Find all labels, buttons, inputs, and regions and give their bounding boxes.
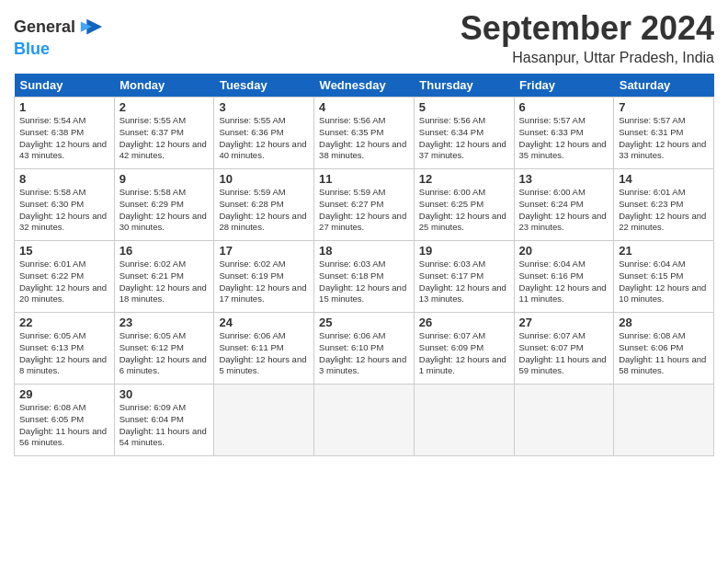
day-cell-20: 20Sunrise: 6:04 AMSunset: 6:16 PMDayligh… [514,241,614,313]
day-info: Sunrise: 5:58 AMSunset: 6:29 PMDaylight:… [119,187,210,234]
day-number: 11 [319,172,409,186]
day-cell-1: 1Sunrise: 5:54 AMSunset: 6:38 PMDaylight… [15,98,115,169]
day-info: Sunrise: 5:55 AMSunset: 6:36 PMDaylight:… [219,115,309,162]
day-cell-8: 8Sunrise: 5:58 AMSunset: 6:30 PMDaylight… [15,169,115,241]
header-saturday: Saturday [614,74,714,98]
day-number: 12 [419,172,509,186]
day-info: Sunrise: 6:02 AMSunset: 6:21 PMDaylight:… [119,259,210,305]
day-cell-29: 29Sunrise: 6:08 AMSunset: 6:05 PMDayligh… [15,385,115,456]
day-number: 9 [119,172,210,186]
day-cell-10: 10Sunrise: 5:59 AMSunset: 6:28 PMDayligh… [214,169,314,241]
day-cell-21: 21Sunrise: 6:04 AMSunset: 6:15 PMDayligh… [614,241,714,313]
day-cell-3: 3Sunrise: 5:55 AMSunset: 6:36 PMDaylight… [214,98,314,169]
day-info: Sunrise: 6:07 AMSunset: 6:09 PMDaylight:… [419,330,509,377]
day-number: 15 [19,244,109,258]
day-info: Sunrise: 6:05 AMSunset: 6:12 PMDaylight:… [119,330,210,377]
day-cell-23: 23Sunrise: 6:05 AMSunset: 6:12 PMDayligh… [114,313,214,385]
weekday-header-row: Sunday Monday Tuesday Wednesday Thursday… [15,74,714,98]
day-cell-27: 27Sunrise: 6:07 AMSunset: 6:07 PMDayligh… [514,313,614,385]
day-number: 20 [519,244,609,258]
day-number: 19 [419,244,509,258]
day-info: Sunrise: 6:06 AMSunset: 6:10 PMDaylight:… [319,330,409,377]
day-number: 23 [119,316,210,329]
day-number: 30 [119,387,210,401]
header-monday: Monday [114,74,214,98]
main-container: General Blue September 2024 Hasanpur, Ut… [0,0,728,465]
day-cell-25: 25Sunrise: 6:06 AMSunset: 6:10 PMDayligh… [314,313,415,385]
day-cell-22: 22Sunrise: 6:05 AMSunset: 6:13 PMDayligh… [15,313,115,385]
day-cell-2: 2Sunrise: 5:55 AMSunset: 6:37 PMDaylight… [114,98,214,169]
day-cell-26: 26Sunrise: 6:07 AMSunset: 6:09 PMDayligh… [414,313,514,385]
day-cell-6: 6Sunrise: 5:57 AMSunset: 6:33 PMDaylight… [514,98,614,169]
day-info: Sunrise: 6:05 AMSunset: 6:13 PMDaylight:… [19,330,109,377]
day-info: Sunrise: 6:01 AMSunset: 6:23 PMDaylight:… [619,187,709,234]
logo: General Blue [14,15,104,59]
day-number: 18 [319,244,409,258]
day-info: Sunrise: 6:01 AMSunset: 6:22 PMDaylight:… [19,259,109,305]
day-cell-4: 4Sunrise: 5:56 AMSunset: 6:35 PMDaylight… [314,98,415,169]
day-cell-5: 5Sunrise: 5:56 AMSunset: 6:34 PMDaylight… [414,98,514,169]
day-info: Sunrise: 6:00 AMSunset: 6:25 PMDaylight:… [419,187,509,234]
title-section: September 2024 Hasanpur, Uttar Pradesh, … [461,9,714,66]
day-info: Sunrise: 6:08 AMSunset: 6:06 PMDaylight:… [619,330,709,377]
day-number: 7 [619,100,709,114]
header-tuesday: Tuesday [214,74,314,98]
header-sunday: Sunday [15,74,115,98]
day-info: Sunrise: 5:56 AMSunset: 6:34 PMDaylight:… [419,115,509,162]
day-cell-9: 9Sunrise: 5:58 AMSunset: 6:29 PMDaylight… [114,169,214,241]
empty-cell [314,385,415,456]
header-wednesday: Wednesday [314,74,415,98]
day-cell-14: 14Sunrise: 6:01 AMSunset: 6:23 PMDayligh… [614,169,714,241]
logo-text: General [14,18,75,37]
day-number: 8 [19,172,109,186]
day-info: Sunrise: 6:02 AMSunset: 6:19 PMDaylight:… [219,259,309,305]
empty-cell [414,385,514,456]
day-info: Sunrise: 6:08 AMSunset: 6:05 PMDaylight:… [19,402,109,449]
day-number: 26 [419,316,509,329]
day-number: 1 [19,100,109,114]
day-cell-17: 17Sunrise: 6:02 AMSunset: 6:19 PMDayligh… [214,241,314,313]
location-title: Hasanpur, Uttar Pradesh, India [461,50,714,66]
calendar-week-5: 29Sunrise: 6:08 AMSunset: 6:05 PMDayligh… [15,385,714,456]
day-number: 4 [319,100,409,114]
logo-icon [78,15,104,40]
header-friday: Friday [514,74,614,98]
day-info: Sunrise: 5:59 AMSunset: 6:28 PMDaylight:… [219,187,309,234]
day-info: Sunrise: 6:03 AMSunset: 6:18 PMDaylight:… [319,259,409,305]
day-info: Sunrise: 5:57 AMSunset: 6:31 PMDaylight:… [619,115,709,162]
day-number: 29 [19,387,109,401]
day-number: 3 [219,100,309,114]
day-info: Sunrise: 5:58 AMSunset: 6:30 PMDaylight:… [19,187,109,234]
day-info: Sunrise: 6:06 AMSunset: 6:11 PMDaylight:… [219,330,309,377]
day-cell-24: 24Sunrise: 6:06 AMSunset: 6:11 PMDayligh… [214,313,314,385]
day-info: Sunrise: 6:07 AMSunset: 6:07 PMDaylight:… [519,330,609,377]
day-number: 22 [19,316,109,329]
empty-cell [514,385,614,456]
day-cell-19: 19Sunrise: 6:03 AMSunset: 6:17 PMDayligh… [414,241,514,313]
day-cell-15: 15Sunrise: 6:01 AMSunset: 6:22 PMDayligh… [15,241,115,313]
day-info: Sunrise: 6:03 AMSunset: 6:17 PMDaylight:… [419,259,509,305]
day-number: 28 [619,316,709,329]
day-cell-7: 7Sunrise: 5:57 AMSunset: 6:31 PMDaylight… [614,98,714,169]
day-info: Sunrise: 5:55 AMSunset: 6:37 PMDaylight:… [119,115,210,162]
month-title: September 2024 [461,9,714,48]
day-number: 27 [519,316,609,329]
day-info: Sunrise: 5:59 AMSunset: 6:27 PMDaylight:… [319,187,409,234]
day-number: 2 [119,100,210,114]
calendar-week-4: 22Sunrise: 6:05 AMSunset: 6:13 PMDayligh… [15,313,714,385]
day-info: Sunrise: 5:54 AMSunset: 6:38 PMDaylight:… [19,115,109,162]
header: General Blue September 2024 Hasanpur, Ut… [14,9,714,66]
day-info: Sunrise: 6:09 AMSunset: 6:04 PMDaylight:… [119,402,210,449]
empty-cell [214,385,314,456]
day-cell-11: 11Sunrise: 5:59 AMSunset: 6:27 PMDayligh… [314,169,415,241]
calendar-table: Sunday Monday Tuesday Wednesday Thursday… [14,74,714,456]
day-number: 16 [119,244,210,258]
empty-cell [614,385,714,456]
day-cell-13: 13Sunrise: 6:00 AMSunset: 6:24 PMDayligh… [514,169,614,241]
day-info: Sunrise: 6:04 AMSunset: 6:16 PMDaylight:… [519,259,609,305]
day-info: Sunrise: 6:04 AMSunset: 6:15 PMDaylight:… [619,259,709,305]
day-info: Sunrise: 5:57 AMSunset: 6:33 PMDaylight:… [519,115,609,162]
header-thursday: Thursday [414,74,514,98]
day-number: 14 [619,172,709,186]
calendar-week-2: 8Sunrise: 5:58 AMSunset: 6:30 PMDaylight… [15,169,714,241]
